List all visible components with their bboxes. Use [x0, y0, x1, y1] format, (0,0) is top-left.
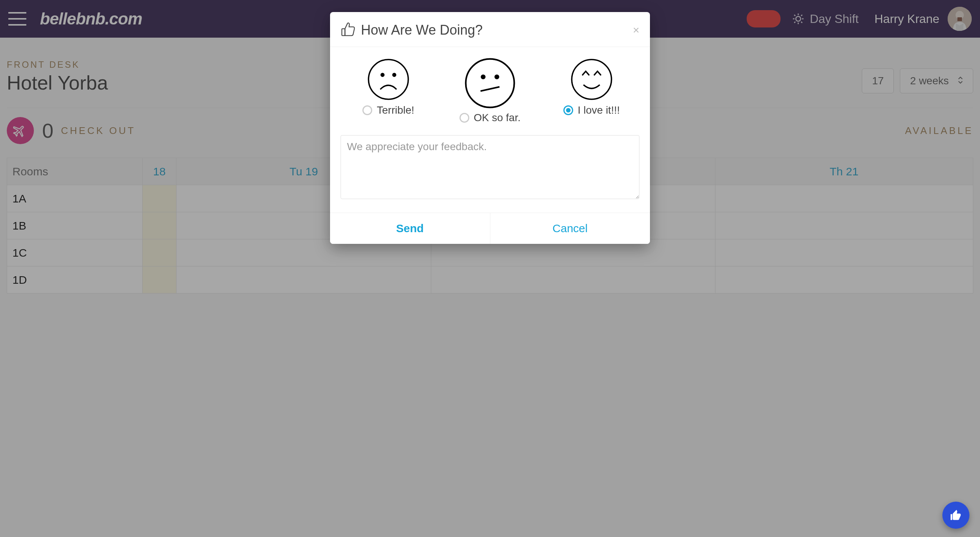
rating-option-ok[interactable]: OK so far. — [442, 57, 538, 124]
neutral-face-icon — [460, 57, 520, 110]
rating-label: OK so far. — [474, 112, 521, 124]
svg-rect-12 — [342, 29, 345, 35]
happy-face-icon — [569, 57, 614, 102]
feedback-textarea[interactable] — [340, 135, 640, 199]
cancel-button[interactable]: Cancel — [490, 213, 650, 244]
close-button[interactable]: × — [633, 24, 640, 36]
send-button[interactable]: Send — [330, 213, 490, 244]
svg-point-15 — [392, 73, 396, 77]
svg-point-13 — [368, 59, 408, 99]
svg-point-18 — [495, 75, 500, 79]
thumbs-up-icon — [340, 22, 356, 38]
svg-point-20 — [572, 59, 612, 99]
rating-option-love[interactable]: I love it!!! — [544, 57, 640, 124]
radio-ok[interactable] — [460, 113, 469, 123]
feedback-fab[interactable] — [942, 502, 969, 529]
rating-label: I love it!!! — [578, 104, 620, 116]
sad-face-icon — [366, 57, 411, 102]
svg-line-19 — [480, 87, 500, 91]
svg-point-16 — [466, 59, 514, 108]
rating-option-terrible[interactable]: Terrible! — [340, 57, 436, 124]
feedback-modal: How Are We Doing? × Terrible! — [330, 12, 650, 244]
modal-overlay: How Are We Doing? × Terrible! — [0, 0, 980, 537]
svg-point-14 — [380, 73, 385, 77]
rating-label: Terrible! — [377, 104, 414, 116]
svg-point-17 — [480, 75, 485, 79]
radio-love[interactable] — [563, 105, 573, 115]
radio-terrible[interactable] — [363, 105, 372, 115]
thumbs-up-icon — [950, 509, 963, 521]
modal-title: How Are We Doing? — [361, 22, 633, 38]
